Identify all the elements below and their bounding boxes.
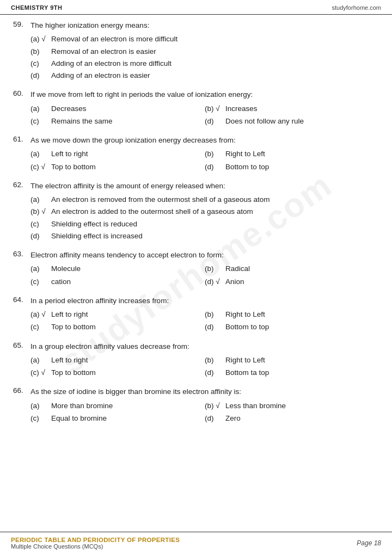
header-subject: CHEMISTRY 9TH bbox=[11, 4, 63, 11]
option-text: Remains the same bbox=[51, 116, 113, 127]
option: (d)Bottom to top bbox=[205, 161, 379, 173]
question-number: 59. bbox=[13, 20, 30, 28]
option: (a)Decreases bbox=[30, 103, 205, 115]
option: (b)Radical bbox=[205, 263, 379, 275]
option-text: Equal to bromine bbox=[51, 413, 107, 424]
option: (d) √Anion bbox=[205, 276, 379, 288]
page-footer: PERIODIC TABLE AND PERIODICITY OF PROPER… bbox=[0, 532, 392, 554]
option-text: Left to right bbox=[51, 309, 88, 320]
option: (d)Zero bbox=[205, 413, 379, 424]
option-text: Bottom to top bbox=[225, 322, 269, 333]
footer-title: PERIODIC TABLE AND PERIODICITY OF PROPER… bbox=[11, 537, 180, 543]
option-text: Less than bromine bbox=[225, 401, 286, 411]
question-text: As we move down the group ionization ene… bbox=[30, 135, 236, 146]
option: (a)Left to right bbox=[30, 148, 205, 160]
option-text: Shielding effect is increased bbox=[51, 231, 143, 242]
option-label: (a) bbox=[30, 194, 51, 205]
option-label: (d) √ bbox=[205, 276, 225, 287]
header-website: studyforhome.com bbox=[332, 4, 381, 11]
page-header: CHEMISTRY 9TH studyforhome.com bbox=[0, 0, 392, 15]
options-grid: (a)Left to right(b)Right to Left(c) √Top… bbox=[30, 148, 379, 173]
option: (b)Right to Left bbox=[205, 148, 379, 160]
option: (b)Right to Left bbox=[205, 354, 379, 366]
option-text: Shielding effect is reduced bbox=[51, 219, 137, 230]
option-text: Does not follow any rule bbox=[225, 116, 304, 127]
option-label: (c) bbox=[30, 116, 51, 127]
option-label: (c) bbox=[30, 276, 51, 287]
question-header: 65.In a group electron affinity values d… bbox=[13, 341, 379, 352]
question-number: 63. bbox=[13, 250, 30, 258]
option: (a)An electron is removed from the outer… bbox=[30, 194, 379, 206]
option-label: (d) bbox=[30, 231, 51, 242]
option-text: Left to right bbox=[51, 355, 88, 366]
option: (b)Right to Left bbox=[205, 309, 379, 321]
option-label: (a) √ bbox=[30, 309, 51, 320]
option: (c)cation bbox=[30, 276, 205, 288]
question-number: 65. bbox=[13, 341, 30, 349]
question-block: 64.In a period electron affinity increas… bbox=[13, 296, 379, 334]
option-label: (d) bbox=[205, 162, 225, 173]
page-content: studyforhome.com 59.The higher ionizatio… bbox=[0, 15, 392, 532]
option-label: (a) bbox=[30, 263, 51, 274]
option-label: (a) bbox=[30, 355, 51, 366]
option-label: (b) bbox=[205, 263, 225, 274]
option-label: (b) √ bbox=[30, 206, 51, 217]
option: (d)Bottom to top bbox=[205, 321, 379, 333]
option: (a)More than bromine bbox=[30, 400, 205, 412]
option-label: (b) √ bbox=[205, 401, 225, 411]
question-text: In a group electron affinity values decr… bbox=[30, 341, 189, 352]
question-text: If we move from left to right in periods… bbox=[30, 89, 253, 100]
options-list: (a) √Removal of an electron is more diff… bbox=[30, 33, 379, 82]
question-header: 60.If we move from left to right in peri… bbox=[13, 89, 379, 100]
question-block: 59.The higher ionization energy means:(a… bbox=[13, 20, 379, 82]
options-grid: (a)Left to right(b)Right to Left(c) √Top… bbox=[30, 354, 379, 379]
question-block: 60.If we move from left to right in peri… bbox=[13, 89, 379, 127]
footer-subtitle: Multiple Choice Questions (MCQs) bbox=[11, 543, 180, 550]
option: (b) √Less than bromine bbox=[205, 400, 379, 412]
options-list: (a)An electron is removed from the outer… bbox=[30, 194, 379, 242]
option-label: (c) √ bbox=[30, 162, 51, 173]
options-grid: (a) √Left to right(b)Right to Left(c)Top… bbox=[30, 309, 379, 334]
option-text: Increases bbox=[225, 103, 258, 114]
option-text: Removal of an electron is more difficult bbox=[51, 34, 177, 45]
footer-page: Page 18 bbox=[357, 539, 381, 547]
option-label: (d) bbox=[30, 70, 51, 81]
question-header: 64.In a period electron affinity increas… bbox=[13, 296, 379, 306]
option-text: Zero bbox=[225, 413, 241, 424]
question-text: The electron affinity is the amount of e… bbox=[30, 181, 225, 192]
option: (d)Does not follow any rule bbox=[205, 115, 379, 127]
option: (d)Shielding effect is increased bbox=[30, 230, 379, 242]
option-text: Bottom to top bbox=[225, 162, 269, 173]
option: (c)Remains the same bbox=[30, 115, 205, 127]
option-label: (a) bbox=[30, 103, 51, 114]
option-text: Radical bbox=[225, 263, 250, 274]
option-text: cation bbox=[51, 276, 71, 287]
question-text: As the size of iodine is bigger than bro… bbox=[30, 386, 241, 397]
option-label: (d) bbox=[205, 116, 225, 127]
option-label: (c) bbox=[30, 58, 51, 69]
option: (b) √An electron is added to the outermo… bbox=[30, 206, 379, 218]
option-text: Molecule bbox=[51, 263, 81, 274]
option-label: (b) bbox=[30, 46, 51, 57]
option-text: Adding of an electron is easier bbox=[51, 70, 150, 81]
option: (b)Removal of an electron is easier bbox=[30, 46, 379, 58]
option-label: (d) bbox=[205, 367, 225, 378]
page: CHEMISTRY 9TH studyforhome.com studyforh… bbox=[0, 0, 392, 554]
options-grid: (a)More than bromine(b) √Less than bromi… bbox=[30, 400, 379, 425]
option-label: (a) bbox=[30, 401, 51, 411]
question-text: The higher ionization energy means: bbox=[30, 20, 149, 31]
option-text: Right to Left bbox=[225, 355, 265, 366]
question-block: 62.The electron affinity is the amount o… bbox=[13, 181, 379, 242]
question-header: 59.The higher ionization energy means: bbox=[13, 20, 379, 31]
option-label: (c) bbox=[30, 219, 51, 230]
question-number: 64. bbox=[13, 296, 30, 304]
footer-left: PERIODIC TABLE AND PERIODICITY OF PROPER… bbox=[11, 537, 180, 550]
question-text: Electron affinity means tendency to acce… bbox=[30, 250, 224, 261]
question-header: 63.Electron affinity means tendency to a… bbox=[13, 250, 379, 261]
option: (d)Adding of an electron is easier bbox=[30, 70, 379, 82]
option-label: (b) √ bbox=[205, 103, 225, 114]
question-number: 61. bbox=[13, 135, 30, 143]
question-header: 61.As we move down the group ionization … bbox=[13, 135, 379, 146]
option: (c) √Top to bottom bbox=[30, 367, 205, 379]
option: (b) √Increases bbox=[205, 103, 379, 115]
